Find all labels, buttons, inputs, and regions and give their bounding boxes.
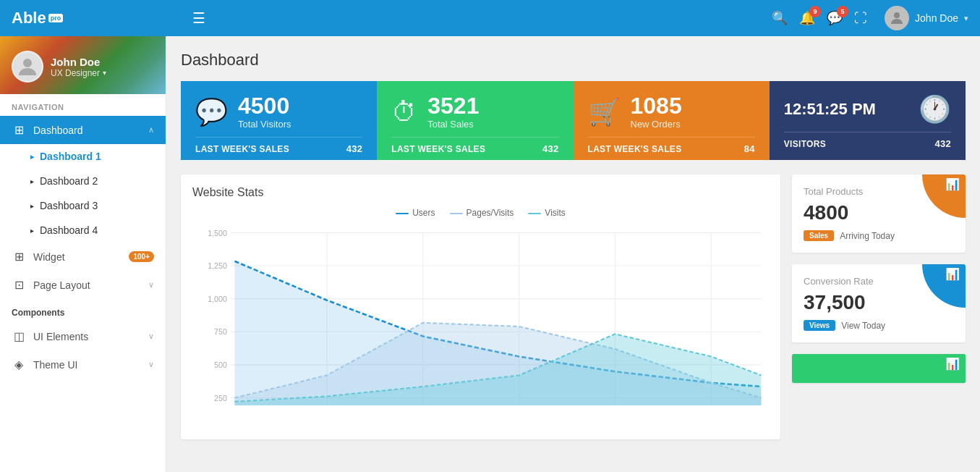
- sidebar-item-dashboard4-label: Dashboard 4: [40, 224, 98, 236]
- orders-number: 1085: [631, 94, 682, 117]
- bar-chart-icon2: 📊: [945, 267, 960, 281]
- svg-text:1,500: 1,500: [208, 229, 227, 237]
- dashboard-collapse-icon: ∧: [148, 125, 154, 135]
- widget-icon: ⊞: [12, 250, 26, 264]
- sidebar-item-themeui[interactable]: ◈ Theme UI ∨: [0, 350, 166, 379]
- stat-card-orders: 🛒 1085 New Orders LAST WEEK'S SALES 84: [574, 81, 770, 160]
- messages-icon[interactable]: 💬 5: [827, 10, 843, 26]
- sales-number: 3521: [427, 94, 479, 117]
- dashboard-icon: ⊞: [12, 123, 26, 137]
- orders-label: New Orders: [631, 119, 682, 130]
- themeui-arrow: ∨: [148, 360, 154, 369]
- main-layout: John Doe UX Designer ▾ Navigation ⊞ Dash…: [0, 36, 980, 472]
- total-products-number: 4800: [804, 201, 954, 224]
- sidebar-item-dashboard4[interactable]: ▸ Dashboard 4: [0, 218, 166, 243]
- chart-svg: 1,500 1,250 1,000 750 500 250: [192, 225, 769, 428]
- chart-title: Website Stats: [192, 186, 769, 199]
- pro-badge: pro: [48, 14, 64, 22]
- sidebar-item-uielements[interactable]: ◫ UI Elements ∨: [0, 322, 166, 350]
- topnav-username: John Doe: [915, 12, 958, 24]
- search-icon[interactable]: 🔍: [772, 10, 788, 26]
- bar-chart-icon3: 📊: [945, 357, 960, 371]
- sales-footer-label: LAST WEEK'S SALES: [391, 144, 485, 154]
- visitors-label: Total Visitors: [238, 119, 291, 130]
- uielements-icon: ◫: [12, 329, 26, 343]
- orders-footer-value: 84: [744, 143, 755, 154]
- visitors-footer-value: 432: [346, 143, 363, 154]
- sidebar-item-widget[interactable]: ⊞ Widget 100+: [0, 243, 166, 271]
- stat-card-clock: 12:51:25 PM 🕐 Visitors 432: [770, 81, 966, 160]
- svg-text:250: 250: [214, 395, 227, 403]
- legend-users: Users: [396, 208, 435, 218]
- sidebar-user-panel: John Doe UX Designer ▾: [0, 36, 166, 94]
- chart-svg-container: 1,500 1,250 1,000 750 500 250: [192, 225, 769, 428]
- clock-footer-value: 432: [934, 138, 951, 149]
- legend-users-label: Users: [412, 208, 435, 218]
- user-menu[interactable]: John Doe ▾: [885, 6, 968, 30]
- view-today-text: View Today: [841, 321, 885, 331]
- legend-users-dot: [396, 213, 409, 214]
- stat-cards: 💬 4500 Total Visitors LAST WEEK'S SALES …: [181, 81, 966, 160]
- arriving-today-text: Arriving Today: [840, 231, 895, 241]
- sidebar-item-dashboard-label: Dashboard: [33, 125, 83, 136]
- right-cards: 📊 Total Products 4800 Sales Arriving Tod…: [792, 174, 966, 439]
- pagelayout-arrow: ∨: [148, 280, 154, 290]
- sidebar-item-pagelayout-label: Page Layout: [33, 279, 90, 291]
- sales-footer-value: 432: [542, 143, 559, 154]
- svg-text:1,250: 1,250: [208, 262, 227, 270]
- brand-logo[interactable]: Able pro: [12, 9, 178, 28]
- bullet-icon: ▸: [30, 227, 34, 235]
- legend-pages-label: Pages/Visits: [466, 208, 514, 218]
- sidebar-item-uielements-label: UI Elements: [33, 331, 88, 342]
- widget-badge: 100+: [129, 251, 154, 262]
- notifications-badge: 9: [809, 6, 821, 17]
- bar-chart-icon: 📊: [945, 177, 960, 191]
- orders-icon: 🛒: [588, 97, 621, 127]
- clock-footer-label: Visitors: [784, 139, 826, 149]
- info-card-conversion-rate: 📊 Conversion Rate 37,500 Views View Toda…: [792, 264, 966, 342]
- legend-pages: Pages/Visits: [450, 208, 514, 218]
- brand-text: Able: [12, 9, 46, 28]
- sidebar-item-dashboard2[interactable]: ▸ Dashboard 2: [0, 169, 166, 193]
- sidebar-item-dashboard2-label: Dashboard 2: [40, 175, 98, 187]
- topnav-avatar: [885, 6, 909, 30]
- bullet-icon: ▸: [30, 202, 34, 210]
- sidebar-item-pagelayout[interactable]: ⊡ Page Layout ∨: [0, 271, 166, 299]
- svg-text:500: 500: [214, 361, 227, 369]
- user-dropdown-arrow: ▾: [964, 14, 968, 23]
- sidebar-avatar: [12, 51, 43, 83]
- sidebar-item-dashboard[interactable]: ⊞ Dashboard ∧: [0, 116, 166, 144]
- sidebar: John Doe UX Designer ▾ Navigation ⊞ Dash…: [0, 36, 166, 472]
- notifications-icon[interactable]: 🔔 9: [799, 10, 815, 26]
- sidebar-username: John Doe: [51, 56, 106, 68]
- svg-text:1,000: 1,000: [208, 295, 227, 303]
- sidebar-item-themeui-label: Theme UI: [33, 359, 77, 371]
- bottom-row: Website Stats Users Pages/Visits Visits: [181, 174, 966, 439]
- third-corner: 📊: [922, 354, 966, 383]
- legend-visits: Visits: [528, 208, 565, 218]
- legend-visits-label: Visits: [545, 208, 565, 218]
- legend-visits-dot: [528, 213, 541, 214]
- sidebar-item-dashboard3[interactable]: ▸ Dashboard 3: [0, 193, 166, 218]
- sales-label: Total Sales: [427, 119, 479, 130]
- stat-card-sales: ⏱ 3521 Total Sales LAST WEEK'S SALES 432: [377, 81, 573, 160]
- topnav: Able pro ☰ 🔍 🔔 9 💬 5 ⛶ John Doe ▾: [0, 0, 980, 36]
- orders-footer-label: LAST WEEK'S SALES: [588, 144, 682, 154]
- legend-pages-dot: [450, 213, 463, 214]
- themeui-icon: ◈: [12, 358, 26, 371]
- sidebar-item-dashboard1[interactable]: ▸ Dashboard 1: [0, 144, 166, 169]
- info-card-third: 📊: [792, 354, 966, 383]
- svg-point-1: [23, 59, 32, 67]
- bullet-icon: ▸: [30, 153, 34, 161]
- clock-icon: 🕐: [919, 94, 951, 125]
- sidebar-user-info: John Doe UX Designer ▾: [51, 56, 106, 78]
- visitors-footer-label: LAST WEEK'S SALES: [195, 144, 289, 154]
- sidebar-item-dashboard1-label: Dashboard 1: [40, 151, 101, 162]
- sales-icon: ⏱: [391, 97, 417, 127]
- sidebar-role: UX Designer ▾: [51, 68, 106, 78]
- hamburger-icon[interactable]: ☰: [192, 9, 205, 27]
- fullscreen-icon[interactable]: ⛶: [854, 11, 867, 26]
- navigation-label: Navigation: [0, 94, 166, 116]
- page-title: Dashboard: [181, 51, 966, 69]
- sidebar-item-dashboard3-label: Dashboard 3: [40, 200, 98, 211]
